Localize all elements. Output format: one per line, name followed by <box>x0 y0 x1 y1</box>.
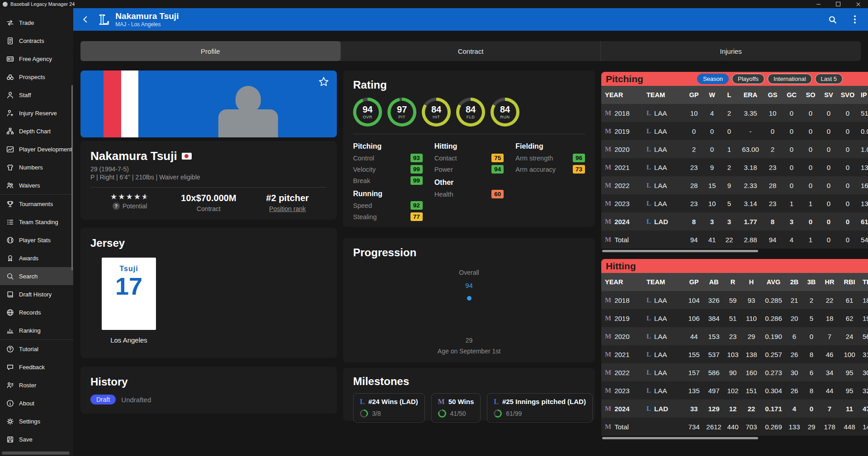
stat-row-break: Break99 <box>353 175 423 186</box>
maj-logo-icon: M <box>605 369 611 376</box>
sidebar-item-save[interactable]: Save <box>0 430 73 448</box>
sidebar-item-draft-history[interactable]: Draft History <box>0 285 73 303</box>
milestone-title: #24 Wins (LAD) <box>368 398 418 405</box>
stat-cell: 10 <box>703 200 721 207</box>
divider <box>90 187 327 188</box>
filter-international[interactable]: International <box>768 74 812 84</box>
sidebar-item-feedback[interactable]: Feedback <box>0 358 73 376</box>
stat-cell: 129 <box>703 405 724 413</box>
sidebar-item-depth-chart[interactable]: Depth Chart <box>0 122 73 140</box>
tab-contract[interactable]: Contract <box>340 41 601 61</box>
stat-value-badge: 96 <box>573 154 585 162</box>
team-value: LAA <box>654 351 667 358</box>
tab-injuries[interactable]: Injuries <box>600 41 861 61</box>
stat-cell: 440 <box>724 423 741 431</box>
table-row-2020: M2020LLAA20163.00200001.0 <box>601 140 868 158</box>
stat-cell: 103 <box>724 351 741 358</box>
back-button[interactable] <box>80 14 91 25</box>
sidebar-item-numbers[interactable]: Numbers <box>0 158 73 176</box>
sidebar-item-team-standing[interactable]: Team Standing <box>0 213 73 231</box>
maximize-button[interactable] <box>828 0 848 8</box>
sidebar-horizontal-scrollbar[interactable] <box>2 451 70 455</box>
stat-label: Break <box>353 177 370 184</box>
stat-row-contact: Contact75 <box>434 152 504 164</box>
progression-data-point[interactable] <box>467 296 472 301</box>
close-button[interactable] <box>848 0 868 8</box>
column-header-gc: GC <box>782 91 801 99</box>
contracts-icon <box>6 37 14 45</box>
column-header-2b: 2B <box>786 278 803 286</box>
minimize-button[interactable] <box>808 0 828 8</box>
stat-value-badge: 99 <box>410 165 423 174</box>
table-row-total: MTotal73426124407030.269133291784481428 <box>601 418 868 436</box>
stat-cell: 9 <box>721 182 738 189</box>
potential-stars: ★★★★★★ <box>110 193 149 201</box>
search-button[interactable] <box>826 14 838 25</box>
milestone--25-innings-pitched-lad-[interactable]: L#25 Innings pitched (LAD)61/99 <box>487 393 593 423</box>
milestone-50-wins[interactable]: M50 Wins41/50 <box>431 393 481 423</box>
stat-cell: 497 <box>703 387 724 395</box>
year-cell: M2020 <box>601 333 643 340</box>
app-title: Baseball Legacy Manager 24 <box>10 1 75 7</box>
year-value: 2019 <box>614 315 629 322</box>
filter-season[interactable]: Season <box>697 74 729 84</box>
line-chart-icon <box>6 146 14 153</box>
contract-label: Contract <box>197 205 221 212</box>
sidebar-item-label: Injury Reserve <box>19 110 57 117</box>
stat-cell: 0 <box>820 127 837 135</box>
table-row-2021: M2021LLAA23923.18230000130.0 <box>601 158 868 176</box>
sidebar-item-settings[interactable]: Settings <box>0 412 73 430</box>
filter-last-5[interactable]: Last 5 <box>815 74 843 84</box>
sidebar-item-trade[interactable]: Trade <box>0 14 73 32</box>
progression-card: Progression Overall 94 29 Age on Septemb… <box>343 238 595 362</box>
favorite-button[interactable] <box>318 76 330 89</box>
position-rank-link[interactable]: Position rank <box>269 205 306 212</box>
sidebar-item-about[interactable]: About <box>0 394 73 412</box>
header-team-context: MAJ - Los Angeles <box>115 21 179 28</box>
stat-cell: 3 <box>721 218 738 226</box>
sidebar-item-player-stats[interactable]: Player Stats <box>0 231 73 249</box>
jersey-team-caption: Los Angeles <box>110 336 147 344</box>
sidebar-item-search[interactable]: Search <box>0 267 73 285</box>
potential-help-icon[interactable]: ? <box>113 202 120 210</box>
stat-cell: 2612 <box>703 423 724 431</box>
milestone--24-wins-lad-[interactable]: L#24 Wins (LAD)3/8 <box>353 393 425 423</box>
table-horizontal-scrollbar[interactable] <box>602 437 758 439</box>
milestones-title: Milestones <box>353 375 585 388</box>
roster-icon <box>6 381 14 389</box>
table-banner-pitching: PitchingSeasonPlayoffsInternationalLast … <box>601 72 868 86</box>
sidebar-item-roster[interactable]: Roster <box>0 376 73 394</box>
progression-x-axis-label: Age on September 1st <box>438 348 500 355</box>
menu-button[interactable] <box>849 14 861 25</box>
stat-cell: 2 <box>684 146 703 153</box>
sidebar-item-contracts[interactable]: Contracts <box>0 32 73 50</box>
team-value: LAD <box>654 218 668 226</box>
org-chart-icon <box>6 127 14 135</box>
team-cell: LLAA <box>643 351 684 358</box>
sidebar-item-injury-reserve[interactable]: Injury Reserve <box>0 104 73 122</box>
sidebar-item-tutorial[interactable]: Tutorial <box>0 340 73 358</box>
trade-icon <box>6 19 14 27</box>
sidebar-item-free-agency[interactable]: Free Agency <box>0 50 73 68</box>
sidebar-item-prospects[interactable]: Prospects <box>0 68 73 86</box>
sidebar-item-player-development[interactable]: Player Development <box>0 140 73 158</box>
stat-cell: 29 <box>803 423 820 431</box>
stat-cell: 0 <box>837 164 858 171</box>
stat-cell: 56 <box>860 333 868 340</box>
team-value: LAA <box>654 127 667 135</box>
stat-cell: 0 <box>763 127 782 135</box>
sidebar-item-records[interactable]: Records <box>0 303 73 321</box>
jersey-title: Jersey <box>90 237 327 249</box>
tab-profile[interactable]: Profile <box>80 41 340 61</box>
sidebar-item-tournaments[interactable]: Tournaments <box>0 195 73 213</box>
team-logo: L <box>99 12 109 27</box>
table-banner-hitting: Hitting <box>601 259 868 273</box>
sidebar-item-waivers[interactable]: Waivers <box>0 176 73 194</box>
filter-playoffs[interactable]: Playoffs <box>732 74 764 84</box>
sidebar-item-ranking[interactable]: Ranking <box>0 321 73 339</box>
sidebar-vertical-scrollbar[interactable] <box>71 85 73 270</box>
team-value: LAD <box>654 405 668 413</box>
sidebar-item-awards[interactable]: Awards <box>0 249 73 267</box>
sidebar-item-staff[interactable]: Staff <box>0 86 73 104</box>
stat-value-badge: 60 <box>491 190 504 198</box>
